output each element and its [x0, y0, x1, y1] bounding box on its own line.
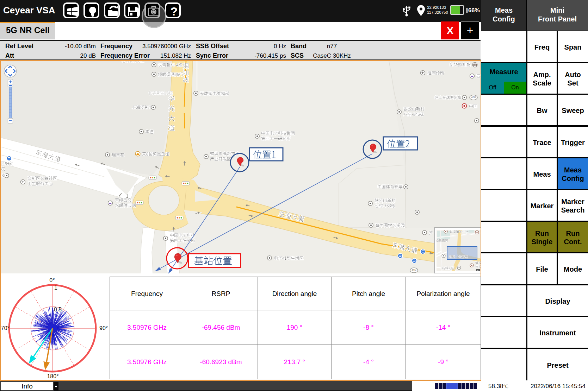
svg-text:180°: 180°	[47, 373, 58, 379]
svg-text:ATM: ATM	[471, 96, 476, 99]
svg-text:1: 1	[54, 285, 57, 291]
svg-text:270°: 270°	[1, 325, 10, 331]
svg-text:90°: 90°	[99, 325, 108, 331]
svg-text:ATM: ATM	[411, 269, 416, 271]
svg-text:?: ?	[171, 5, 178, 18]
svg-text:0°: 0°	[49, 277, 55, 283]
svg-text:0.5: 0.5	[54, 306, 62, 312]
